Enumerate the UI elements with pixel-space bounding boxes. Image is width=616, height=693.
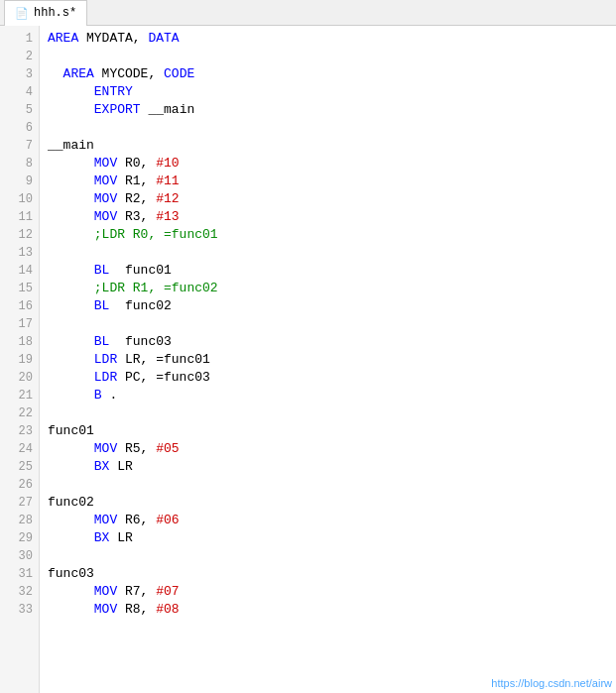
line-number: 33 bbox=[0, 601, 39, 619]
watermark: https://blog.csdn.net/airw bbox=[491, 677, 612, 689]
code-line: BL func03 bbox=[48, 333, 616, 351]
line-number: 1 bbox=[0, 30, 39, 48]
code-line: EXPORT __main bbox=[48, 101, 616, 119]
line-number: 10 bbox=[0, 190, 39, 208]
line-number: 19 bbox=[0, 351, 39, 369]
file-tab[interactable]: 📄 hhh.s* bbox=[4, 0, 87, 26]
line-number: 25 bbox=[0, 458, 39, 476]
tab-bar: 📄 hhh.s* bbox=[0, 0, 616, 26]
line-number: 16 bbox=[0, 297, 39, 315]
code-line: ENTRY bbox=[48, 83, 616, 101]
code-line bbox=[48, 547, 616, 565]
code-line: BL func02 bbox=[48, 297, 616, 315]
code-line: B . bbox=[48, 387, 616, 404]
line-number: 5 bbox=[0, 101, 39, 119]
code-line: func01 bbox=[48, 422, 616, 440]
code-line bbox=[48, 315, 616, 333]
code-line: BX LR bbox=[48, 529, 616, 547]
tab-label: hhh.s* bbox=[34, 6, 76, 20]
code-line: BX LR bbox=[48, 458, 616, 476]
file-icon: 📄 bbox=[15, 7, 29, 20]
code-line: MOV R1, #11 bbox=[48, 173, 616, 190]
code-area[interactable]: AREA MYDATA, DATA AREA MYCODE, CODE ENTR… bbox=[40, 26, 616, 693]
line-number: 15 bbox=[0, 280, 39, 297]
line-number: 32 bbox=[0, 583, 39, 601]
code-line: LDR PC, =func03 bbox=[48, 369, 616, 387]
line-number: 31 bbox=[0, 565, 39, 583]
line-number: 3 bbox=[0, 65, 39, 83]
line-number: 24 bbox=[0, 440, 39, 458]
line-number: 11 bbox=[0, 208, 39, 226]
code-line bbox=[48, 404, 616, 422]
line-number: 27 bbox=[0, 494, 39, 512]
line-numbers: 1234567891011121314151617181920212223242… bbox=[0, 26, 40, 693]
editor-area: 1234567891011121314151617181920212223242… bbox=[0, 26, 616, 693]
code-line: AREA MYDATA, DATA bbox=[48, 30, 616, 48]
line-number: 29 bbox=[0, 529, 39, 547]
code-line: LDR LR, =func01 bbox=[48, 351, 616, 369]
code-line: MOV R3, #13 bbox=[48, 208, 616, 226]
code-line: ;LDR R0, =func01 bbox=[48, 226, 616, 244]
code-line: MOV R7, #07 bbox=[48, 583, 616, 601]
code-line: MOV R5, #05 bbox=[48, 440, 616, 458]
line-number: 6 bbox=[0, 119, 39, 137]
code-line bbox=[48, 119, 616, 137]
line-number: 22 bbox=[0, 404, 39, 422]
code-line: func03 bbox=[48, 565, 616, 583]
code-line: func02 bbox=[48, 494, 616, 512]
line-number: 26 bbox=[0, 476, 39, 494]
code-line bbox=[48, 244, 616, 262]
code-line: MOV R6, #06 bbox=[48, 512, 616, 529]
line-number: 17 bbox=[0, 315, 39, 333]
line-number: 8 bbox=[0, 155, 39, 173]
code-line bbox=[48, 48, 616, 65]
code-line: MOV R0, #10 bbox=[48, 155, 616, 173]
code-line: AREA MYCODE, CODE bbox=[48, 65, 616, 83]
code-line: __main bbox=[48, 137, 616, 155]
line-number: 21 bbox=[0, 387, 39, 404]
code-line: ;LDR R1, =func02 bbox=[48, 280, 616, 297]
code-line: BL func01 bbox=[48, 262, 616, 280]
line-number: 28 bbox=[0, 512, 39, 529]
line-number: 12 bbox=[0, 226, 39, 244]
code-line bbox=[48, 476, 616, 494]
line-number: 7 bbox=[0, 137, 39, 155]
line-number: 30 bbox=[0, 547, 39, 565]
line-number: 20 bbox=[0, 369, 39, 387]
code-line: MOV R8, #08 bbox=[48, 601, 616, 619]
line-number: 9 bbox=[0, 173, 39, 190]
line-number: 14 bbox=[0, 262, 39, 280]
code-line: MOV R2, #12 bbox=[48, 190, 616, 208]
line-number: 18 bbox=[0, 333, 39, 351]
line-number: 23 bbox=[0, 422, 39, 440]
line-number: 2 bbox=[0, 48, 39, 65]
line-number: 13 bbox=[0, 244, 39, 262]
line-number: 4 bbox=[0, 83, 39, 101]
